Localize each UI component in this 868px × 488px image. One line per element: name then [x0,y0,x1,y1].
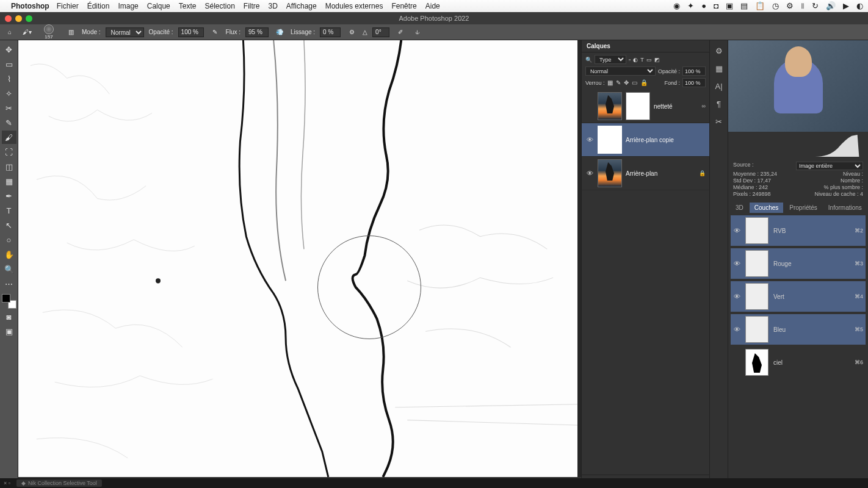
tray-icon[interactable]: ◐ [856,1,863,11]
wand-tool-icon[interactable]: ✧ [2,87,16,100]
tab-proprietes[interactable]: Propriétés [784,203,822,213]
adjustments-panel-icon[interactable]: ⚙ [715,46,723,56]
styles-panel-icon[interactable]: ▦ [715,64,723,73]
channel-row[interactable]: 👁 Vert ⌘4 [731,281,866,312]
tray-icon[interactable]: ▶ [843,1,849,11]
menu-image[interactable]: Image [118,2,138,10]
tab-3d[interactable]: 3D [731,203,748,213]
menu-fenetre[interactable]: Fenêtre [391,2,416,10]
tray-icon[interactable]: ▣ [726,1,733,11]
menu-fichier[interactable]: Fichier [57,2,79,10]
tray-icon[interactable]: ▤ [740,1,748,11]
layer-filter-select[interactable]: Type [595,55,626,64]
path-tool-icon[interactable]: ↖ [2,218,16,232]
layer-name[interactable]: Arrière-plan [626,170,657,177]
color-swatches[interactable] [2,294,16,309]
tray-icon[interactable]: ● [701,1,706,11]
menu-modules[interactable]: Modules externes [325,2,383,10]
lock-pixels-icon[interactable]: ✎ [616,79,621,86]
minimize-window-button[interactable] [15,15,22,22]
blend-mode-select[interactable]: Normal [106,27,144,37]
layer-name[interactable]: netteté [654,103,673,110]
quickmask-icon[interactable]: ◙ [2,310,16,323]
close-bar-icon[interactable]: × ▫ [4,480,10,486]
layer-fill-input[interactable] [682,78,706,87]
tray-icon[interactable]: ⚙ [786,1,794,11]
filter-smart-icon[interactable]: ◩ [654,57,660,63]
eraser-tool-icon[interactable]: ◫ [2,160,16,173]
character-panel-icon[interactable]: A| [715,82,722,91]
symmetry-icon[interactable]: ⫝ [411,26,424,38]
layer-row[interactable]: netteté ∞ [582,90,709,123]
maximize-window-button[interactable] [26,15,32,22]
layer-link-icon[interactable]: ∞ [702,103,706,109]
visibility-toggle-icon[interactable]: 👁 [585,170,594,177]
brush-panel-icon[interactable]: ▥ [65,26,77,38]
brushes-panel-icon[interactable]: ✂ [715,117,722,126]
tray-icon[interactable]: 📋 [755,1,765,11]
hand-tool-icon[interactable]: ✋ [2,248,16,261]
gradient-tool-icon[interactable]: ▦ [2,174,16,188]
tray-icon[interactable]: 🔊 [826,1,836,11]
menu-selection[interactable]: Sélection [204,2,234,10]
menu-texte[interactable]: Texte [179,2,197,10]
opacity-pressure-icon[interactable]: ✎ [209,26,221,38]
foreground-color[interactable] [2,294,10,303]
menu-filtre[interactable]: Filtre [244,2,260,10]
lock-all-icon[interactable]: 🔒 [640,79,648,86]
layer-thumbnail[interactable] [598,92,622,120]
tray-icon[interactable]: ◷ [772,1,779,11]
brush-tool-icon[interactable]: 🖌 [2,131,16,144]
menu-edition[interactable]: Édition [87,2,110,10]
channel-row[interactable]: 👁 Rouge ⌘3 [731,248,866,279]
nik-collection-button[interactable]: ◆ Nik Collection Selective Tool [16,479,102,487]
tab-informations[interactable]: Informations [823,203,867,213]
layer-name[interactable]: Arrière-plan copie [626,137,674,143]
close-window-button[interactable] [5,15,12,22]
move-tool-icon[interactable]: ✥ [2,43,16,56]
smoothing-gear-icon[interactable]: ⚙ [345,26,358,38]
menu-3d[interactable]: 3D [269,2,278,10]
channel-visibility-icon[interactable]: 👁 [733,227,740,234]
visibility-toggle-icon[interactable]: 👁 [585,136,594,143]
filter-shape-icon[interactable]: ▭ [646,57,652,63]
channel-visibility-icon[interactable]: 👁 [733,293,740,300]
layer-mask-thumbnail[interactable] [626,92,650,120]
menu-calque[interactable]: Calque [147,2,170,10]
layers-tab[interactable]: Calques [582,40,709,52]
more-tools-icon[interactable]: ⋯ [2,277,16,290]
tab-couches[interactable]: Couches [750,203,783,213]
opacity-input[interactable] [178,27,204,37]
channel-row[interactable]: 👁 Bleu ⌘5 [731,314,866,345]
lock-transparent-icon[interactable]: ▦ [607,79,613,86]
shape-tool-icon[interactable]: ○ [2,233,16,246]
stamp-tool-icon[interactable]: ⛶ [2,145,16,159]
lock-artboard-icon[interactable]: ▭ [632,79,637,86]
layer-thumbnail[interactable] [598,159,622,187]
flux-input[interactable] [245,27,269,37]
home-icon[interactable]: ⌂ [4,26,16,38]
layer-row[interactable]: 👁 Arrière-plan copie [582,123,709,157]
layer-row[interactable]: 👁 Arrière-plan 🔒 [582,157,709,190]
screenmode-icon[interactable]: ▣ [2,325,16,338]
channel-visibility-icon[interactable]: 👁 [733,260,740,267]
layer-opacity-input[interactable] [682,66,706,76]
tray-icon[interactable]: ◉ [673,1,680,11]
lissage-input[interactable] [320,27,341,37]
pen-pressure-icon[interactable]: ✐ [394,26,407,38]
menu-affichage[interactable]: Affichage [286,2,317,10]
channel-row[interactable]: 👁 RVB ⌘2 [731,215,866,246]
type-tool-icon[interactable]: T [2,204,16,217]
brush-preview[interactable]: 157 [38,24,60,40]
tray-icon[interactable]: ⫴ [801,1,805,11]
marquee-tool-icon[interactable]: ▭ [2,57,16,71]
channel-visibility-icon[interactable]: 👁 [733,326,740,333]
filter-type-icon[interactable]: T [640,57,644,63]
blend-mode-select[interactable]: Normal [585,66,656,76]
angle-input[interactable] [372,27,389,37]
filter-pixel-icon[interactable]: ▫ [629,57,631,63]
app-name[interactable]: Photoshop [11,2,49,10]
zoom-tool-icon[interactable]: 🔍 [2,262,16,276]
lasso-tool-icon[interactable]: ⌇ [2,72,16,85]
channel-row[interactable]: ciel ⌘6 [731,347,866,378]
